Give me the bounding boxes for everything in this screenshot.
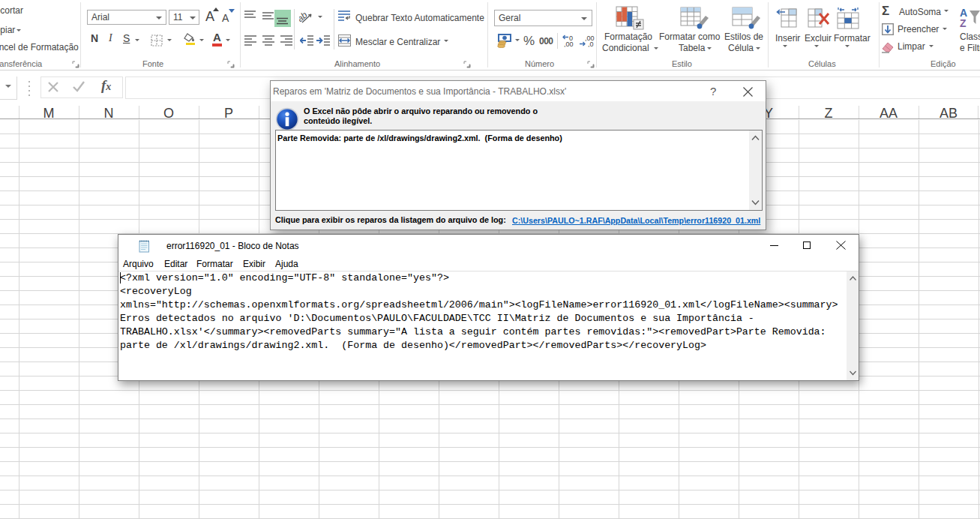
svg-text:Z: Z — [960, 17, 967, 29]
svg-text:,0: ,0 — [588, 40, 594, 47]
svg-text:,00: ,00 — [564, 40, 574, 47]
